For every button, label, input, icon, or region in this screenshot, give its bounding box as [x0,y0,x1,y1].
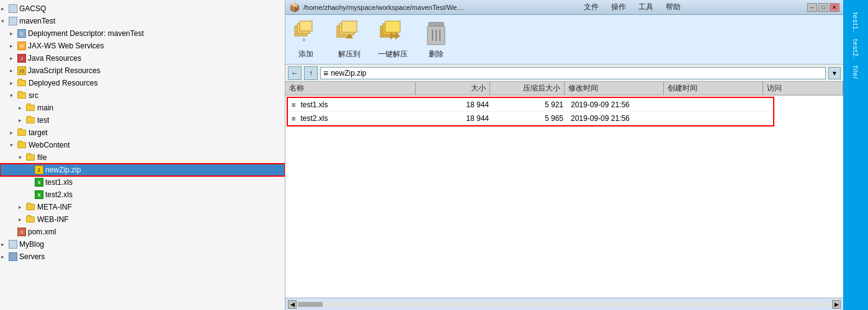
tree-item-webcontent[interactable]: WebContent [0,139,285,151]
scroll-track[interactable] [298,302,831,307]
folder-icon [26,204,35,210]
file-rows: ≡ test1.xls 18 944 5 921 2019-09-09 21:5… [285,95,843,298]
arrow-icon [1,241,9,247]
minimize-button[interactable]: – [807,3,817,12]
tree-label: JavaScript Resources [28,66,101,75]
file-row-test1[interactable]: ≡ test1.xls 18 944 5 921 2019-09-09 21:5… [288,98,773,112]
tree-label: target [29,128,48,137]
menu-bar: 文件 操作 工具 帮助 [584,2,681,12]
window-controls: – □ ✕ [807,3,839,12]
tree-label: META-INF [37,203,72,211]
tree-label: MyBlog [19,240,44,249]
tree-label: test [37,116,49,125]
tree-label: file [37,153,47,162]
col-header-created[interactable]: 创建时间 [664,82,763,95]
java-icon: J [17,54,26,63]
tree-item-test1xls[interactable]: X test1.xls [0,176,285,188]
tree-item-test2xls[interactable]: X test2.xls [0,188,285,201]
file-label: test1.xls [300,100,328,109]
svg-text:+: + [302,37,306,43]
delete-button[interactable]: 删除 [421,20,452,60]
tree-label: WebContent [29,141,70,149]
file-modified-test2: 2019-09-09 21:56 [567,113,666,124]
tree-item-main[interactable]: main [0,102,285,114]
close-button[interactable]: ✕ [830,3,839,12]
folder-icon [17,80,26,86]
col-header-modified[interactable]: 修改时间 [565,82,664,95]
tree-label: mavenTest [19,17,55,25]
tree-label: WEB-INF [37,215,69,224]
tree-item-maventest[interactable]: mavenTest [0,15,285,27]
svg-rect-13 [429,22,444,26]
menu-tools[interactable]: 工具 [638,2,653,12]
tree-item-metainf[interactable]: META-INF [0,201,285,213]
oneclick-button[interactable]: 一键解压 [377,20,408,60]
file-compressed-test1: 5 921 [493,99,567,110]
js-icon: JS [17,66,26,75]
arrow-icon [10,30,17,37]
strip-text-3: file/ [852,66,859,79]
title-bar: 📦 /home/zhaohy/myspace/workspace/mavenTe… [285,0,843,15]
file-compressed-test2: 5 965 [493,113,567,124]
toolbar: + 添加 解压到 [285,15,843,64]
arrow-icon [10,92,17,99]
file-row-test2[interactable]: ≡ test2.xls 18 944 5 965 2019-09-09 21:5… [288,112,773,125]
back-button[interactable]: ← [288,66,302,80]
col-header-compressed[interactable]: 压缩后大小 [490,82,565,95]
arrow-icon [10,68,17,74]
tree-item-jaxws[interactable]: W JAX-WS Web Services [0,40,285,52]
col-header-access[interactable]: 访问 [763,82,843,95]
tree-item-src[interactable]: src [0,89,285,102]
add-button[interactable]: + 添加 [290,20,321,60]
tree-item-file[interactable]: file [0,151,285,164]
arrow-icon [10,142,17,148]
tree-item-newzip[interactable]: Z newZip.zip [0,164,285,176]
tree-item-gacsq[interactable]: GACSQ [0,2,285,15]
scroll-thumb [298,302,323,307]
maximize-button[interactable]: □ [818,3,828,12]
column-headers: 名称 大小 压缩后大小 修改时间 创建时间 访问 [285,82,843,95]
file-list-icon2: ≡ [292,115,295,122]
tree-item-target[interactable]: target [0,126,285,139]
arrow-icon [19,216,26,223]
server-icon [9,252,17,261]
menu-action[interactable]: 操作 [611,2,626,12]
zip-file-icon: Z [35,166,43,174]
tree-item-myblog[interactable]: MyBlog [0,238,285,250]
tree-item-deployed-resources[interactable]: Deployed Resources [0,77,285,89]
scroll-left-button[interactable]: ◀ [288,300,297,309]
xls-icon: X [35,178,43,187]
tree-label: pom.xml [28,228,56,236]
up-button[interactable]: ↑ [304,66,318,80]
tree-item-pomxml[interactable]: X pom.xml [0,226,285,238]
strip-text-1: test1. [852,12,859,33]
scroll-right-button[interactable]: ▶ [832,300,841,309]
status-bar: ◀ ▶ [285,298,843,310]
menu-file[interactable]: 文件 [584,2,599,12]
file-access-test1 [766,104,773,106]
file-size-test2: 18 944 [418,113,493,124]
address-path-text: newZip.zip [331,69,366,78]
tree-item-deployment[interactable]: D Deployment Descriptor: mavenTest [0,27,285,40]
folder-icon [17,142,26,148]
scroll-control: ◀ ▶ [288,300,841,309]
svg-rect-2 [300,21,312,31]
tree-item-servers[interactable]: Servers [0,250,285,263]
arrow-icon [19,154,26,161]
tree-item-webinf[interactable]: WEB-INF [0,213,285,226]
arrow-icon [1,18,9,24]
col-header-name[interactable]: 名称 [285,82,416,95]
tree-item-test[interactable]: test [0,114,285,126]
menu-help[interactable]: 帮助 [666,2,681,12]
add-label: 添加 [298,49,313,60]
tree-item-js-resources[interactable]: JS JavaScript Resources [0,64,285,77]
file-name-test1: ≡ test1.xls [288,99,418,110]
file-label2: test2.xls [300,114,328,123]
oneclick-label: 一键解压 [378,49,408,60]
extract-label: 解压到 [338,49,360,60]
tree-item-java-resources[interactable]: J Java Resources [0,52,285,64]
col-header-size[interactable]: 大小 [416,82,490,95]
extract-button[interactable]: 解压到 [334,20,365,60]
folder-icon [26,117,35,123]
address-dropdown[interactable]: ▾ [828,67,841,79]
